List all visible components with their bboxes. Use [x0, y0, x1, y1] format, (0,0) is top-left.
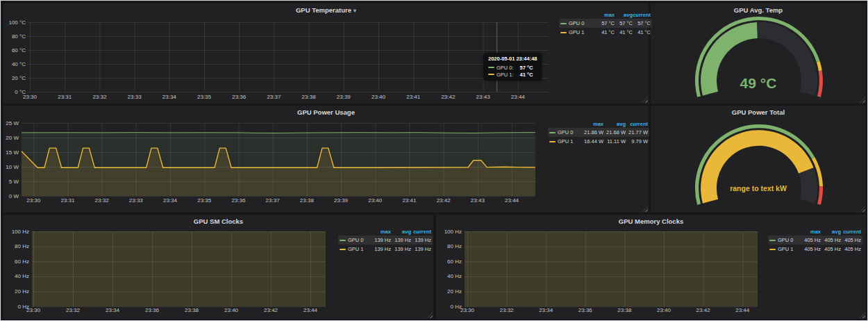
svg-text:23:42: 23:42 — [441, 94, 456, 100]
svg-text:20 Hz: 20 Hz — [15, 288, 29, 295]
svg-text:60 Hz: 60 Hz — [447, 258, 462, 265]
temperature-chart-canvas[interactable]: 0 °C20 °C40 °C60 °C80 °C100 °C23:3023:31… — [3, 3, 649, 104]
memory-clocks-legend: maxavgcurrentGPU 0405 Hz405 Hz405 HzGPU … — [768, 228, 862, 254]
svg-text:20 Hz: 20 Hz — [447, 288, 462, 295]
svg-text:40 Hz: 40 Hz — [15, 273, 29, 279]
panel-title-text: GPU Power Usage — [297, 108, 355, 116]
panel-gpu-temperature: GPU Temperature▾ 0 °C20 °C40 °C60 °C80 °… — [3, 3, 649, 104]
svg-text:23:36: 23:36 — [578, 307, 593, 313]
svg-text:100 Hz: 100 Hz — [444, 229, 462, 235]
legend-value: 57 °C — [596, 20, 615, 26]
series-color-swatch — [549, 132, 556, 133]
legend-series-toggle-gpu-0[interactable]: GPU 0 — [769, 237, 801, 243]
sm-clocks-legend: maxavgcurrentGPU 0139 Hz139 Hz139 HzGPU … — [338, 228, 433, 254]
legend-series-toggle-gpu-0[interactable]: GPU 0 — [340, 237, 371, 243]
panel-title-text: GPU Power Total — [732, 108, 785, 116]
legend-sort-avg[interactable]: avg — [821, 229, 841, 235]
legend-value: 41 °C — [596, 29, 615, 35]
legend-row-gpu-1: GPU 1139 Hz139 Hz139 Hz — [338, 245, 433, 254]
svg-text:20 W: 20 W — [6, 135, 19, 141]
series-color-swatch — [560, 23, 567, 24]
legend-header-row: maxavgcurrent — [338, 228, 433, 236]
legend-value: 41 °C — [615, 29, 633, 35]
legend-value: 405 Hz — [841, 246, 861, 252]
panel-title-gpu-power-total[interactable]: GPU Power Total — [651, 106, 866, 120]
svg-text:23:34: 23:34 — [539, 307, 553, 313]
svg-text:0 W: 0 W — [9, 193, 19, 199]
panel-title-gpu-temperature[interactable]: GPU Temperature▾ — [3, 3, 649, 17]
svg-text:23:38: 23:38 — [302, 94, 317, 100]
panel-title-gpu-power-usage[interactable]: GPU Power Usage — [3, 106, 649, 120]
legend-header-row: maxavgcurrent — [548, 120, 649, 128]
legend-value: 41 °C — [633, 29, 651, 35]
svg-text:23:35: 23:35 — [197, 94, 212, 100]
panel-gpu-power-total: GPU Power Total range to text kW — [651, 106, 866, 213]
legend-row-gpu-0: GPU 021.86 W21.68 W21.77 W — [548, 128, 649, 137]
legend-row-gpu-0: GPU 057 °C57 °C57 °C — [559, 19, 652, 28]
legend-sort-max[interactable]: max — [581, 121, 603, 127]
gauge-value-power-total: range to text kW — [651, 184, 866, 192]
svg-text:23:43: 23:43 — [471, 197, 485, 204]
svg-text:40 °C: 40 °C — [12, 61, 26, 67]
legend-series-toggle-gpu-1[interactable]: GPU 1 — [340, 246, 371, 252]
panel-gpu-avg-temp: GPU Avg. Temp 49 °C — [651, 3, 866, 104]
svg-text:23:31: 23:31 — [60, 197, 75, 204]
legend-sort-avg[interactable]: avg — [391, 229, 411, 235]
legend-value: 139 Hz — [391, 237, 411, 243]
legend-sort-max[interactable]: max — [371, 229, 391, 235]
svg-text:23:41: 23:41 — [406, 94, 421, 100]
legend-series-toggle-gpu-0[interactable]: GPU 0 — [560, 20, 596, 26]
legend-series-toggle-gpu-1[interactable]: GPU 1 — [560, 29, 596, 35]
legend-sort-current[interactable]: current — [411, 229, 431, 235]
panel-title-text: GPU Temperature — [296, 6, 351, 14]
series-color-swatch — [488, 74, 494, 75]
panel-gpu-power-usage: GPU Power Usage 0 W5 W10 W15 W20 W25 W23… — [3, 106, 649, 213]
legend-value: 21.77 W — [626, 129, 648, 135]
series-color-swatch — [549, 141, 556, 142]
svg-text:23:36: 23:36 — [232, 94, 247, 100]
legend-value: 9.79 W — [626, 138, 648, 145]
svg-text:23:34: 23:34 — [162, 94, 177, 100]
svg-text:23:40: 23:40 — [657, 307, 671, 313]
svg-text:23:38: 23:38 — [300, 197, 315, 204]
legend-row-gpu-0: GPU 0139 Hz139 Hz139 Hz — [338, 236, 433, 245]
svg-text:23:30: 23:30 — [26, 197, 41, 204]
svg-text:100 Hz: 100 Hz — [12, 229, 29, 235]
svg-text:23:42: 23:42 — [264, 307, 278, 313]
svg-text:23:44: 23:44 — [511, 94, 526, 100]
panel-title-gpu-memory-clocks[interactable]: GPU Memory Clocks — [436, 215, 866, 229]
svg-text:23:33: 23:33 — [128, 94, 142, 100]
legend-sort-max[interactable]: max — [801, 229, 821, 235]
series-color-swatch — [769, 240, 776, 241]
series-color-swatch — [488, 67, 494, 68]
legend-sort-avg[interactable]: avg — [603, 121, 626, 127]
svg-text:23:32: 23:32 — [500, 307, 515, 313]
legend-value: 405 Hz — [801, 246, 821, 252]
svg-text:25 W: 25 W — [6, 120, 19, 126]
chart-tooltip: 2020-05-01 23:44:48 GPU 0:57 °CGPU 1:41 … — [483, 53, 542, 81]
svg-text:15 W: 15 W — [6, 149, 19, 156]
legend-series-toggle-gpu-1[interactable]: GPU 1 — [549, 138, 581, 145]
power-total-gauge — [651, 106, 866, 213]
svg-text:23:33: 23:33 — [129, 197, 144, 204]
legend-row-gpu-1: GPU 116.44 W11.11 W9.79 W — [548, 137, 649, 146]
svg-text:23:32: 23:32 — [95, 197, 110, 204]
legend-series-toggle-gpu-1[interactable]: GPU 1 — [769, 246, 801, 252]
panel-title-gpu-sm-clocks[interactable]: GPU SM Clocks — [3, 215, 433, 229]
legend-series-toggle-gpu-0[interactable]: GPU 0 — [549, 129, 581, 135]
svg-text:80 Hz: 80 Hz — [447, 243, 462, 249]
svg-text:23:44: 23:44 — [303, 307, 318, 313]
legend-sort-current[interactable]: current — [626, 121, 648, 127]
legend-sort-current[interactable]: current — [841, 229, 861, 235]
svg-text:23:39: 23:39 — [337, 94, 351, 100]
legend-value: 405 Hz — [821, 246, 841, 252]
legend-value: 139 Hz — [391, 246, 411, 252]
tooltip-timestamp: 2020-05-01 23:44:48 — [488, 56, 537, 62]
legend-value: 139 Hz — [371, 246, 391, 252]
svg-text:23:37: 23:37 — [266, 197, 281, 204]
svg-text:23:41: 23:41 — [402, 197, 417, 204]
panel-title-gpu-avg-temp[interactable]: GPU Avg. Temp — [651, 3, 866, 17]
svg-text:23:40: 23:40 — [368, 197, 383, 204]
x-axis-labels: 23:3023:3223:3423:3623:3823:4023:4223:44 — [460, 307, 750, 313]
svg-text:23:44: 23:44 — [505, 197, 519, 204]
